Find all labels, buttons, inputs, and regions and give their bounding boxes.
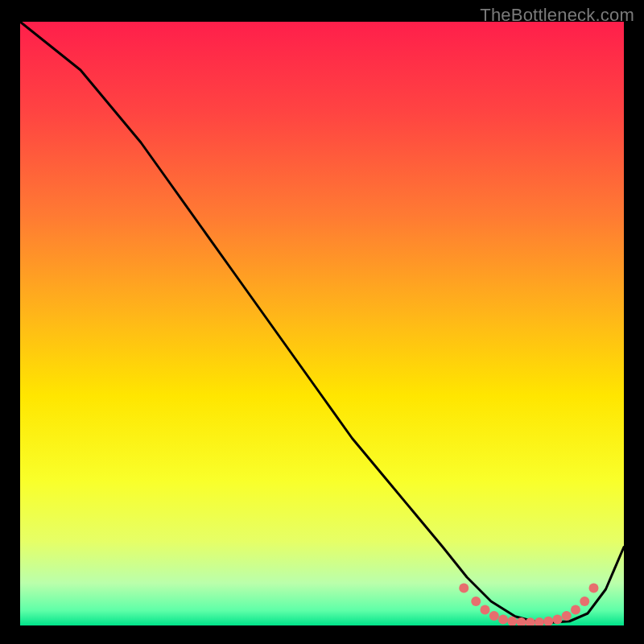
chart-frame: TheBottleneck.com — [0, 0, 644, 644]
marker-dot — [580, 597, 589, 606]
chart-background — [20, 22, 624, 625]
marker-dot — [562, 611, 572, 621]
marker-dot — [553, 615, 563, 625]
marker-dot — [481, 605, 490, 615]
bottleneck-chart — [20, 22, 624, 625]
marker-dot — [459, 584, 469, 593]
marker-dot — [498, 615, 508, 625]
marker-dot — [489, 611, 499, 621]
marker-dot — [589, 584, 599, 593]
marker-dot — [471, 597, 481, 606]
marker-dot — [571, 605, 580, 615]
